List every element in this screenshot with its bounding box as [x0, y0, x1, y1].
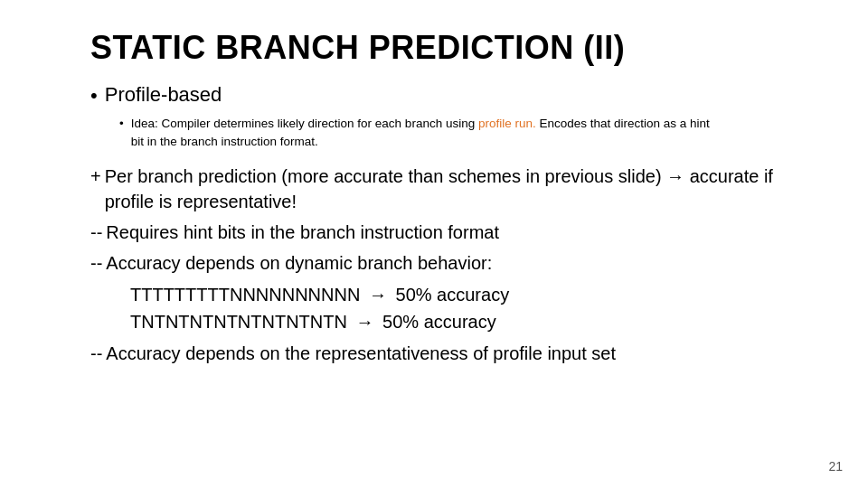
arrow-2: →	[356, 312, 374, 332]
dash-point-2: -- Accuracy depends on dynamic branch be…	[90, 250, 796, 276]
sequence-2: TNTNTNTNTNTNTNTNTN	[130, 312, 347, 332]
bullet-dot-1: •	[90, 83, 98, 109]
accuracy-line-2: TNTNTNTNTNTNTNTNTN → 50% accuracy	[130, 308, 796, 335]
bullet-profile-based: • Profile-based	[90, 83, 796, 109]
bullet-idea: • Idea: Compiler determines likely direc…	[119, 115, 796, 152]
accuracy-lines: TTTTTTTTTNNNNNNNNNN → 50% accuracy TNTNT…	[130, 281, 796, 335]
dash-text-3: Accuracy depends on the representativene…	[106, 341, 616, 366]
dash-prefix-1: --	[90, 220, 102, 245]
page-number: 21	[828, 459, 843, 474]
bullet-dot-2: •	[119, 115, 124, 133]
result-2: 50% accuracy	[382, 312, 496, 332]
point-plus-text: Per branch prediction (more accurate tha…	[105, 164, 774, 214]
accuracy-line-1: TTTTTTTTTNNNNNNNNNN → 50% accuracy	[130, 281, 796, 308]
arrow-1: →	[369, 285, 387, 305]
slide: STATIC BRANCH PREDICTION (II) • Profile-…	[0, 0, 868, 488]
dash-point-3: -- Accuracy depends on the representativ…	[90, 341, 796, 366]
dash-text-1: Requires hint bits in the branch instruc…	[106, 220, 499, 245]
bullet-profile-based-label: Profile-based	[105, 83, 222, 107]
point-plus-prefix: +	[90, 164, 101, 189]
profile-run-text: profile run.	[478, 117, 536, 130]
sequence-1: TTTTTTTTTNNNNNNNNNN	[130, 285, 360, 305]
dash-prefix-2: --	[90, 250, 102, 276]
dash-point-1: -- Requires hint bits in the branch inst…	[90, 220, 796, 245]
bullet-idea-text: Idea: Compiler determines likely directi…	[131, 115, 719, 152]
slide-title: STATIC BRANCH PREDICTION (II)	[90, 29, 796, 67]
result-1: 50% accuracy	[396, 285, 510, 305]
dash-prefix-3: --	[90, 341, 102, 366]
point-plus: + Per branch prediction (more accurate t…	[90, 164, 796, 214]
dash-text-2: Accuracy depends on dynamic branch behav…	[106, 250, 492, 276]
